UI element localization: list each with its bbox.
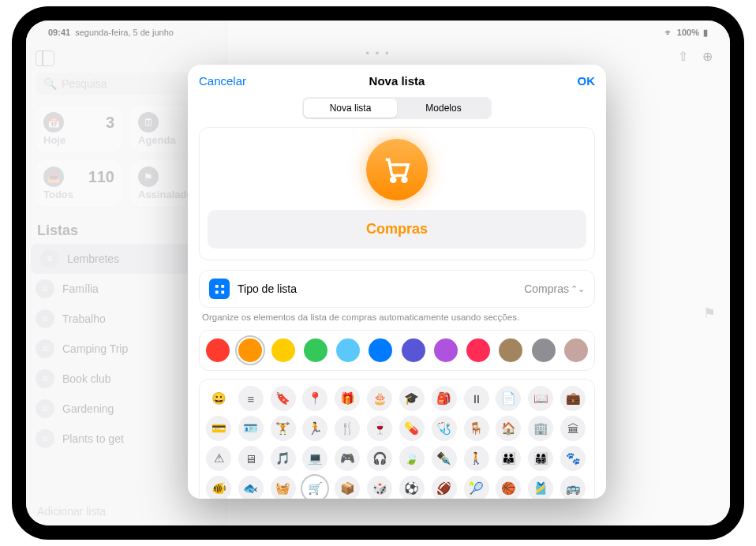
icon-option[interactable]: ⚽ [399, 476, 425, 499]
color-swatch[interactable] [206, 338, 230, 362]
icon-option[interactable]: 🐾 [560, 446, 586, 471]
icon-option[interactable]: ⏸ [464, 386, 489, 411]
list-type-row[interactable]: Tipo de lista Compras ⌃⌄ [199, 270, 595, 308]
list-type-value: Compras [524, 282, 569, 295]
segmented-control[interactable]: Nova lista Modelos [302, 97, 492, 119]
icon-option[interactable]: 🎾 [464, 476, 489, 499]
icon-option[interactable]: 💊 [399, 416, 425, 441]
modal-title: Nova lista [369, 74, 425, 88]
icon-option[interactable]: ⚠ [206, 446, 231, 471]
icon-option[interactable]: 💻 [302, 446, 327, 471]
icon-option[interactable]: 🍷 [367, 416, 392, 441]
list-type-icon [209, 279, 230, 299]
icon-option[interactable]: 🔖 [271, 386, 296, 411]
icon-option[interactable]: ✒️ [432, 446, 457, 471]
color-swatch[interactable] [304, 338, 327, 362]
icon-option[interactable]: 🖥 [238, 446, 264, 471]
icon-option[interactable]: 🏛 [560, 416, 586, 441]
icon-option[interactable]: 🚌 [560, 476, 586, 499]
color-swatch[interactable] [369, 338, 392, 362]
icon-option[interactable]: 💳 [206, 416, 231, 441]
color-swatch[interactable] [336, 338, 360, 362]
cancel-button[interactable]: Cancelar [199, 74, 246, 88]
color-swatch[interactable] [402, 338, 425, 362]
svg-point-0 [391, 178, 395, 181]
icon-option[interactable]: 🪪 [238, 416, 264, 441]
icon-option[interactable]: 🎲 [367, 476, 392, 499]
icon-option[interactable]: 😀 [206, 386, 231, 411]
icon-option[interactable]: 📖 [528, 386, 553, 411]
color-swatch[interactable] [434, 338, 458, 362]
icon-option[interactable]: 🩺 [432, 416, 457, 441]
color-swatch[interactable] [238, 338, 262, 362]
color-swatch[interactable] [271, 338, 295, 362]
segment-new-list[interactable]: Nova lista [304, 99, 397, 118]
icon-option[interactable]: 🎧 [367, 446, 392, 471]
icon-option[interactable]: 🏋 [271, 416, 296, 441]
list-type-hint: Organize os elementos da lista de compra… [199, 308, 595, 322]
icon-option[interactable]: 📄 [496, 386, 521, 411]
icon-option[interactable]: 🏢 [528, 416, 553, 441]
icon-picker: 😀≡🔖📍🎁🎂🎓🎒⏸📄📖💼💳🪪🏋🏃🍴🍷💊🩺🪑🏠🏢🏛⚠🖥🎵💻🎮🎧🍃✒️🚶👪👨‍👩‍👧… [199, 379, 595, 499]
icon-option[interactable]: 👨‍👩‍👧‍👦 [528, 446, 553, 471]
list-name-input[interactable] [208, 210, 586, 249]
icon-option[interactable]: 🐟 [238, 476, 264, 499]
icon-option[interactable]: 🪑 [464, 416, 489, 441]
color-swatch[interactable] [564, 338, 588, 362]
icon-option[interactable]: 👪 [496, 446, 521, 471]
icon-option[interactable]: 🎂 [367, 386, 392, 411]
icon-option[interactable]: 📦 [335, 476, 360, 499]
svg-point-1 [402, 178, 406, 181]
icon-option[interactable]: 🐠 [206, 476, 231, 499]
icon-option[interactable]: 🎁 [335, 386, 360, 411]
icon-option[interactable]: 🍴 [335, 416, 360, 441]
color-swatch[interactable] [499, 338, 522, 362]
chevron-updown-icon: ⌃⌄ [571, 284, 585, 294]
icon-option[interactable]: 🎓 [399, 386, 425, 411]
list-type-label: Tipo de lista [238, 282, 297, 295]
icon-option[interactable]: 🧺 [271, 476, 296, 499]
ok-button[interactable]: OK [578, 74, 596, 88]
icon-option[interactable]: 🚶 [464, 446, 489, 471]
icon-option[interactable]: 🍃 [399, 446, 425, 471]
icon-option[interactable]: 🏀 [496, 476, 521, 499]
list-icon-preview [366, 139, 428, 200]
color-swatch[interactable] [466, 338, 490, 362]
icon-option[interactable]: 🎽 [528, 476, 553, 499]
icon-option[interactable]: 🏠 [496, 416, 521, 441]
segment-models[interactable]: Modelos [397, 99, 490, 118]
preview-card [199, 127, 595, 260]
icon-option[interactable]: 📍 [302, 386, 327, 411]
icon-option[interactable]: 🎒 [432, 386, 457, 411]
icon-option[interactable]: 🎮 [335, 446, 360, 471]
icon-option[interactable]: ≡ [238, 386, 264, 411]
icon-option[interactable]: 💼 [560, 386, 586, 411]
cart-icon [382, 155, 412, 185]
icon-option[interactable]: 🎵 [271, 446, 296, 471]
icon-option[interactable]: 🏈 [432, 476, 457, 499]
icon-option[interactable]: 🛒 [302, 476, 327, 499]
color-swatch[interactable] [532, 338, 556, 362]
icon-option[interactable]: 🏃 [302, 416, 327, 441]
new-list-modal: Cancelar Nova lista OK Nova lista Modelo… [188, 65, 606, 499]
color-picker [199, 330, 595, 371]
